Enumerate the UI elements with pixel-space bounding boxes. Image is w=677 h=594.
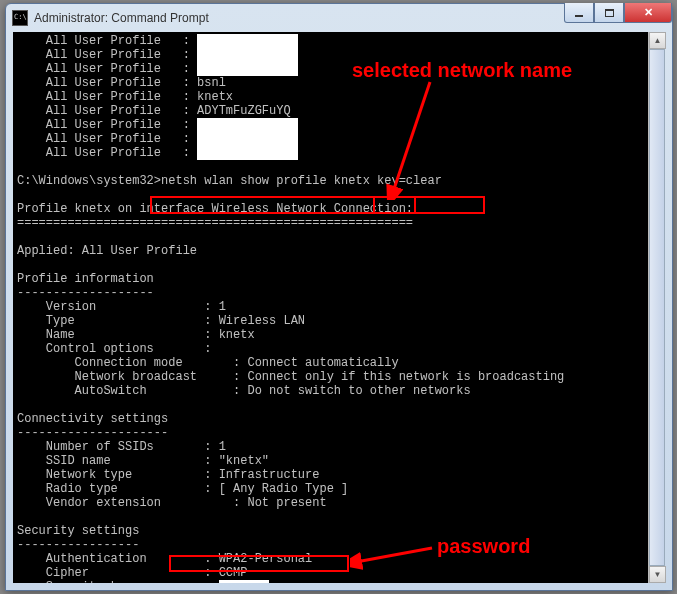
close-button[interactable]: ✕: [624, 3, 672, 23]
scroll-up-button[interactable]: ▲: [649, 32, 666, 49]
scroll-down-button[interactable]: ▼: [649, 566, 666, 583]
titlebar[interactable]: Administrator: Command Prompt ✕: [6, 4, 672, 32]
terminal-output[interactable]: All User Profile : All User Profile : Al…: [13, 32, 665, 583]
maximize-button[interactable]: [594, 3, 624, 23]
command-prompt-window: Administrator: Command Prompt ✕ All User…: [5, 3, 673, 591]
scroll-thumb[interactable]: [649, 49, 665, 566]
window-controls: ✕: [564, 3, 672, 23]
cmd-icon: [12, 10, 28, 26]
minimize-button[interactable]: [564, 3, 594, 23]
vertical-scrollbar[interactable]: ▲ ▼: [648, 32, 665, 583]
